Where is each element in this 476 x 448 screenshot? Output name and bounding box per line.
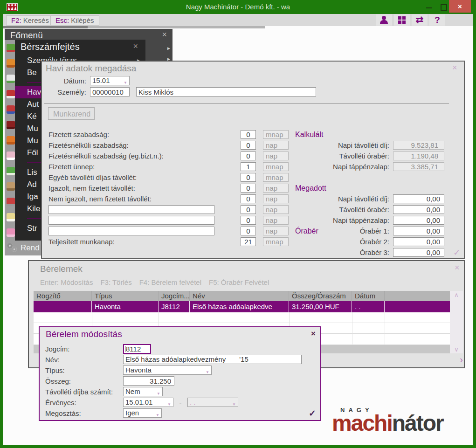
cell-datum: . . — [352, 301, 385, 312]
menu-item-label: Str — [27, 224, 37, 233]
table-header-cell[interactable]: Rögzítő — [34, 291, 92, 301]
scroll-down-icon[interactable]: ∨ — [450, 346, 463, 353]
tipus-select[interactable]: Havonta ▼ — [123, 365, 212, 375]
fomenu-close-icon[interactable]: × — [162, 30, 167, 40]
table-header-cell[interactable]: Típus — [92, 291, 159, 301]
berelemek-close-icon[interactable]: × — [455, 263, 460, 273]
given-value-row: Távolléti órabér: — [295, 205, 444, 214]
megosztas-select[interactable]: Igen ▼ — [123, 408, 162, 418]
user-button[interactable] — [376, 14, 392, 26]
dialog-close-icon[interactable]: × — [311, 329, 316, 338]
toolbar: F2: Keresés Esc: Kilépés ⇄ ? — [3, 14, 473, 26]
form-row: Fizetésnélküli szabadság: nap — [48, 140, 289, 150]
value-input[interactable] — [393, 248, 444, 257]
chevron-down-icon: ▼ — [232, 400, 236, 409]
form-row: Egyéb távolléti díjas távollét: mnap — [48, 172, 289, 182]
logo-main-text: machinátor — [332, 413, 443, 434]
munkarend-button[interactable]: Munkarend — [48, 107, 95, 120]
ervenyes-from-select[interactable]: 15.01.01 ▼ — [123, 398, 173, 407]
unit-box: mnap — [263, 173, 289, 182]
calculated-row: Távolléti órabér: 1.190,48 — [295, 151, 444, 161]
table-header-cell[interactable]: Név — [190, 291, 289, 301]
menu-item-label: Be — [27, 68, 37, 77]
field-label: Fizetésnélküli szabadság (eg.bizt.n.): — [48, 152, 241, 160]
text-caret — [125, 346, 125, 352]
workspace-scrollbar[interactable] — [3, 26, 265, 28]
days-input[interactable] — [241, 184, 256, 193]
osszeg-input[interactable] — [123, 376, 174, 386]
megadott-header: Megadott — [295, 183, 444, 193]
form-row: Teljesített munkanap: mnap — [48, 237, 289, 247]
cell-nev: Első házas adóalapkedve — [190, 301, 289, 312]
szemely-name-field[interactable] — [136, 87, 316, 96]
help-button[interactable]: ? — [429, 14, 445, 26]
nev-label: Név: — [45, 356, 123, 364]
berelemek-title: Bérelemek — [40, 264, 83, 274]
value-input[interactable] — [393, 194, 444, 203]
menu-item-label: Lis — [27, 168, 37, 177]
form-row: Nem igazolt, nem fizetett távollét: nap — [48, 194, 289, 204]
jogcim-input[interactable]: 8112 — [123, 344, 151, 354]
table-header-cell[interactable]: Jogcím... — [159, 291, 190, 301]
close-button[interactable]: × — [449, 0, 471, 13]
scroll-right-icon[interactable]: › — [460, 353, 463, 365]
maximize-button[interactable] — [441, 4, 447, 11]
days-input[interactable] — [241, 152, 256, 160]
value-input[interactable] — [393, 227, 444, 235]
tavolleti-select[interactable]: Nem ▼ — [123, 387, 163, 396]
days-input[interactable] — [241, 141, 256, 150]
ervenyes-to-value: . . — [190, 398, 196, 406]
kalkulalt-header: Kalkulált — [295, 130, 444, 139]
days-input[interactable] — [241, 130, 256, 139]
form-row: Fizetésnélküli szabadság (eg.bizt.n.): n… — [48, 151, 289, 161]
nev-input[interactable]: Első házas adóalapkedvezmény '15 — [123, 355, 302, 364]
unit-box: mnap — [263, 130, 289, 139]
value-input[interactable] — [393, 205, 444, 214]
days-input[interactable] — [241, 173, 256, 182]
menu-item-icon — [7, 152, 15, 160]
value-input[interactable] — [393, 216, 444, 225]
field-label: Órabér 2: — [295, 238, 389, 246]
ervenyes-label: Érvényes: — [45, 399, 123, 407]
scrollbar-thumb[interactable] — [3, 26, 88, 28]
value-input[interactable] — [393, 237, 444, 246]
table-header-cell[interactable] — [385, 291, 450, 301]
form-row: Fizetett ünnep: mnap — [48, 162, 289, 172]
minimize-button[interactable] — [426, 7, 432, 8]
days-input[interactable] — [241, 194, 256, 203]
hint-item: F4: Bérelem felvétel — [139, 278, 201, 286]
esc-exit-button[interactable]: Esc: Kilépés — [50, 15, 99, 26]
form-row: Fizetett szabadság: mnap — [48, 130, 289, 139]
days-input[interactable] — [241, 216, 256, 225]
days-input[interactable] — [241, 205, 256, 214]
days-input[interactable] — [241, 227, 256, 235]
form-row: nap — [48, 205, 289, 214]
megosztas-value: Igen — [125, 409, 139, 417]
szemely-code-input[interactable] — [90, 87, 130, 96]
table-header-cell[interactable]: Összeg/Óraszám — [289, 291, 352, 301]
switch-company-button[interactable]: ⇄ — [412, 14, 428, 26]
ervenyes-to-select[interactable]: . . ▼ — [187, 398, 238, 407]
berszamfejtes-close-icon[interactable]: × — [133, 41, 138, 51]
days-input[interactable] — [241, 237, 256, 246]
exit-label: Kilépés — [71, 16, 94, 24]
menu-item-label: Hav — [27, 88, 41, 96]
datum-select[interactable]: 15.01 ▼ — [90, 76, 130, 85]
table-header-cell[interactable]: Dátum — [352, 291, 385, 301]
confirm-check-icon[interactable]: ✓ — [453, 247, 461, 258]
menu-item-icon — [7, 44, 15, 52]
search-label: Keresés — [23, 16, 49, 24]
days-input[interactable] — [241, 162, 256, 171]
field-label: Napi táppénzalap: — [295, 163, 389, 171]
table-row-selected[interactable]: Havonta J8112 Első házas adóalapkedve 31… — [34, 301, 450, 312]
table-scrollbar[interactable]: ∧ ∨ — [450, 291, 463, 353]
confirm-check-icon[interactable]: ✓ — [309, 408, 316, 419]
dialog-close-icon[interactable]: × — [452, 63, 457, 73]
table-header-row: RögzítőTípusJogcím...NévÖsszeg/ÓraszámDá… — [34, 291, 450, 301]
f2-search-button[interactable]: F2: Keresés — [6, 15, 54, 26]
modules-button[interactable] — [394, 14, 410, 26]
field-label: Teljesített munkanap: — [48, 238, 241, 246]
menu-item-label: Kile — [27, 204, 40, 213]
scroll-up-icon[interactable]: ∧ — [450, 291, 463, 298]
logo-part1: machi — [332, 411, 392, 435]
